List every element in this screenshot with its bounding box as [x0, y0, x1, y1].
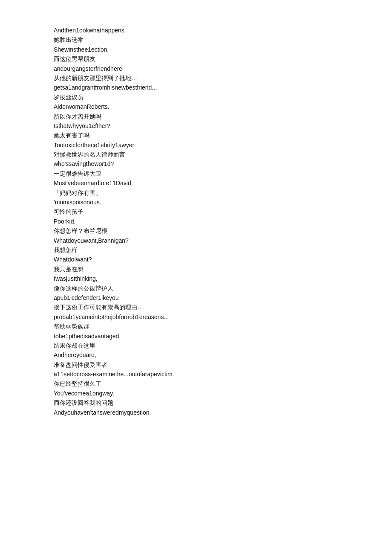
transcript-line: 罗拔丝议员 [54, 93, 392, 102]
transcript-line: You'vecomea1ongway. [54, 389, 392, 398]
transcript-line: Isthatwhyyou1efther? [54, 121, 392, 131]
transcript-line: 像你这样的公设辩护人 [54, 284, 392, 293]
transcript-line: AiderwomanRoberts. [54, 102, 392, 111]
transcript-line: a11settocross-examinethe...outofarapevic… [54, 369, 392, 379]
transcript-line: 所以你才离开她吗 [54, 112, 392, 121]
transcript-line: 她胜出选举 [54, 35, 392, 44]
transcript-line: 而这位黑帮朋友 [54, 54, 392, 64]
transcript-line: Poorkid. [54, 217, 392, 226]
transcript-line: 我想怎样 [54, 245, 392, 255]
transcript-line: 你已经坚持很久了 [54, 379, 392, 388]
transcript-line: tohe1pthedisadvantaged. [54, 331, 392, 341]
transcript-line: andourgangsterfriendhere [54, 64, 392, 73]
transcript-line: 一定很难告诉大卫 [54, 169, 392, 178]
transcript-line: 你想怎样？布兰尼根 [54, 226, 392, 235]
transcript-line: Shewinsthee1ection, [54, 45, 392, 54]
transcript-line: 结果你却在这里 [54, 341, 392, 350]
transcript-line: Andthen1ookwhathappens. [54, 26, 392, 35]
transcript-line: probab1ycameintothejobfornob1ereasons... [54, 312, 392, 322]
transcript-line: 她太有害了吗 [54, 131, 392, 140]
transcript-line: 从他的新朋友那里得到了批地… [54, 73, 392, 83]
transcript-line: Tootoxicforthece1ebrity1awyer [54, 140, 392, 150]
transcript-line: 接下这份工作可能有崇高的理由… [54, 302, 392, 312]
transcript-line: Iwasjustthinking, [54, 274, 392, 283]
transcript-line: 我只是在想 [54, 264, 392, 274]
transcript-line: Andhereyouare, [54, 350, 392, 360]
transcript-line: getsa1andgrantfromhisnewbestfriend... [54, 83, 392, 92]
transcript-content: Andthen1ookwhathappens.她胜出选举Shewinsthee1… [54, 26, 392, 417]
transcript-line: Andyouhaven'tansweredmyquestion. [54, 408, 392, 417]
transcript-line: 「妈妈对你有害」 [54, 188, 392, 198]
transcript-line: 准备盘问性侵受害者 [54, 360, 392, 369]
transcript-line: Must'vebeenhardtote11David, [54, 178, 392, 188]
transcript-line: 帮助弱势族群 [54, 322, 392, 331]
transcript-line: 对拯救世界的名人律师而言 [54, 150, 392, 159]
transcript-line: apub1icdefender1ikeyou [54, 293, 392, 302]
transcript-line: Whatdoyouwant,Brannigan? [54, 236, 392, 245]
transcript-line: WhatdoIwant? [54, 255, 392, 264]
transcript-line: who'ssavingthewor1d? [54, 159, 392, 169]
transcript-line: 'momispoisonous., [54, 198, 392, 207]
transcript-line: 而你还没回答我的问题 [54, 398, 392, 407]
transcript-line: 可怜的孩子 [54, 207, 392, 216]
